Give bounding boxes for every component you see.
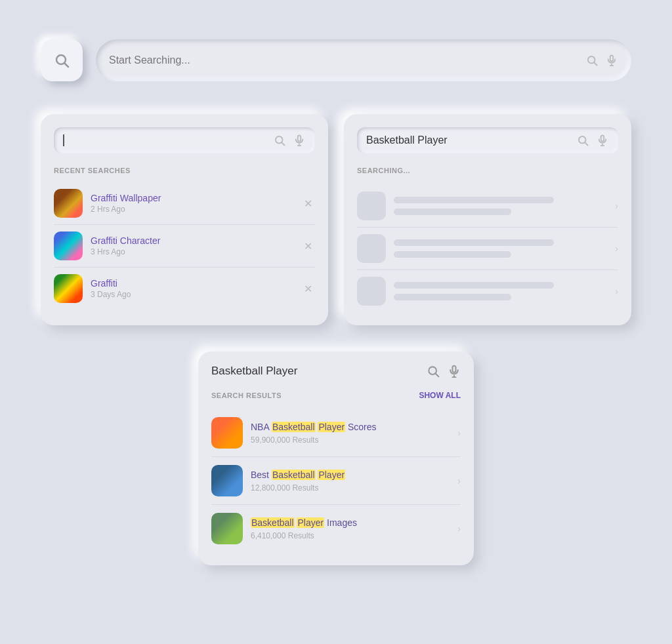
result-count-2: 12,800,000 Results — [251, 483, 450, 493]
text-cursor — [63, 134, 64, 146]
bottom-mic-icon[interactable] — [448, 365, 461, 378]
highlight: Basketball — [272, 422, 316, 432]
chevron-right-icon: › — [615, 201, 618, 211]
skeleton-lines-3 — [394, 282, 607, 300]
recent-item-text-2: Graffiti Character 3 Hrs Ago — [91, 235, 293, 256]
right-search-bar[interactable] — [357, 127, 618, 153]
middle-row: RECENT SEARCHES Graffiti Wallpaper 2 Hrs… — [41, 114, 631, 325]
chevron-right-icon: › — [457, 475, 461, 486]
recent-thumb-3 — [54, 274, 83, 303]
close-button-1[interactable]: ✕ — [301, 195, 315, 212]
svg-line-1 — [65, 64, 69, 68]
recent-item-text-3: Graffiti 3 Days Ago — [91, 278, 293, 299]
recent-section-label: RECENT SEARCHES — [54, 167, 315, 174]
recent-title-2: Graffiti Character — [91, 235, 293, 246]
results-section-label: SEARCH RESULTS — [211, 392, 282, 399]
svg-rect-9 — [298, 136, 301, 142]
skeleton-line — [394, 239, 554, 246]
skeleton-lines-1 — [394, 197, 607, 215]
top-area — [41, 39, 631, 81]
svg-line-3 — [594, 62, 597, 65]
skeleton-line — [394, 294, 511, 300]
result-thumb-1 — [211, 417, 243, 449]
right-search-icon — [576, 134, 589, 147]
left-mic-icon[interactable] — [293, 134, 306, 147]
searching-panel: SEARCHING... › › › — [344, 114, 631, 325]
recent-title-3: Graffiti — [91, 278, 293, 289]
svg-line-8 — [282, 142, 284, 145]
skeleton-line — [394, 282, 554, 289]
result-item-1[interactable]: NBA Basketball Player Scores 59,900,000 … — [211, 409, 461, 457]
result-text-2: Best Basketball Player 12,800,000 Result… — [251, 469, 450, 493]
right-mic-icon[interactable] — [596, 134, 609, 147]
result-count-3: 6,410,000 Results — [251, 531, 450, 540]
search-icon — [54, 52, 70, 68]
left-search-bar[interactable] — [54, 127, 315, 153]
recent-time-3: 3 Days Ago — [91, 290, 293, 299]
close-button-2[interactable]: ✕ — [301, 237, 315, 255]
show-all-link[interactable]: SHOW ALL — [419, 391, 461, 400]
top-search-input[interactable] — [109, 54, 579, 66]
result-thumb-3 — [211, 513, 243, 544]
skeleton-item-3: › — [357, 270, 618, 312]
svg-line-18 — [436, 374, 439, 377]
recent-time-1: 2 Hrs Ago — [91, 205, 293, 214]
result-item-3[interactable]: Basketball Player Images 6,410,000 Resul… — [211, 505, 461, 552]
skeleton-lines-2 — [394, 239, 607, 258]
highlight: Basketball — [272, 470, 316, 480]
skeleton-thumb-3 — [357, 277, 386, 306]
result-title-3: Basketball Player Images — [251, 517, 450, 529]
search-results-panel: Basketball Player SEARCH RESULTS SHOW AL… — [198, 352, 474, 565]
svg-rect-19 — [453, 366, 456, 372]
recent-thumb-1 — [54, 189, 83, 218]
recent-time-2: 3 Hrs Ago — [91, 247, 293, 256]
result-text-3: Basketball Player Images 6,410,000 Resul… — [251, 517, 450, 540]
recent-searches-panel: RECENT SEARCHES Graffiti Wallpaper 2 Hrs… — [41, 114, 328, 325]
skeleton-thumb-2 — [357, 234, 386, 263]
svg-line-13 — [585, 142, 587, 145]
highlight: Player — [297, 517, 324, 528]
result-item-2[interactable]: Best Basketball Player 12,800,000 Result… — [211, 457, 461, 505]
highlight: Basketball — [251, 517, 295, 528]
bottom-search-bar: Basketball Player — [211, 365, 461, 378]
chevron-right-icon: › — [615, 243, 618, 254]
chevron-right-icon: › — [615, 286, 618, 296]
bottom-search-icon[interactable] — [427, 365, 440, 378]
result-count-1: 59,900,000 Results — [251, 435, 450, 445]
left-search-icon — [273, 134, 286, 147]
result-title-2: Best Basketball Player — [251, 469, 450, 481]
result-thumb-2 — [211, 465, 243, 496]
recent-title-1: Graffiti Wallpaper — [91, 193, 293, 203]
bottom-search-title: Basketball Player — [211, 365, 419, 378]
results-header: SEARCH RESULTS SHOW ALL — [211, 391, 461, 400]
search-icon-button[interactable] — [41, 39, 83, 81]
skeleton-line — [394, 209, 511, 215]
skeleton-thumb-1 — [357, 191, 386, 220]
top-mic-icon[interactable] — [605, 54, 618, 67]
top-search-icon — [585, 54, 598, 67]
skeleton-item-1: › — [357, 185, 618, 228]
svg-rect-14 — [601, 136, 604, 142]
top-search-container — [96, 39, 631, 81]
recent-item[interactable]: Graffiti 3 Days Ago ✕ — [54, 268, 315, 310]
searching-label: SEARCHING... — [357, 167, 618, 174]
result-text-1: NBA Basketball Player Scores 59,900,000 … — [251, 421, 450, 445]
svg-rect-4 — [610, 56, 614, 62]
recent-item[interactable]: Graffiti Wallpaper 2 Hrs Ago ✕ — [54, 182, 315, 225]
chevron-right-icon: › — [457, 523, 461, 534]
close-button-3[interactable]: ✕ — [301, 280, 315, 298]
recent-item-text-1: Graffiti Wallpaper 2 Hrs Ago — [91, 193, 293, 214]
chevron-right-icon: › — [457, 428, 461, 438]
left-search-input[interactable] — [74, 134, 266, 146]
right-search-input[interactable] — [366, 134, 570, 146]
skeleton-line — [394, 251, 511, 258]
skeleton-line — [394, 197, 554, 203]
highlight: Player — [318, 422, 345, 432]
recent-item[interactable]: Graffiti Character 3 Hrs Ago ✕ — [54, 225, 315, 268]
result-title-1: NBA Basketball Player Scores — [251, 421, 450, 433]
highlight: Player — [318, 470, 345, 480]
skeleton-item-2: › — [357, 228, 618, 270]
recent-thumb-2 — [54, 231, 83, 260]
